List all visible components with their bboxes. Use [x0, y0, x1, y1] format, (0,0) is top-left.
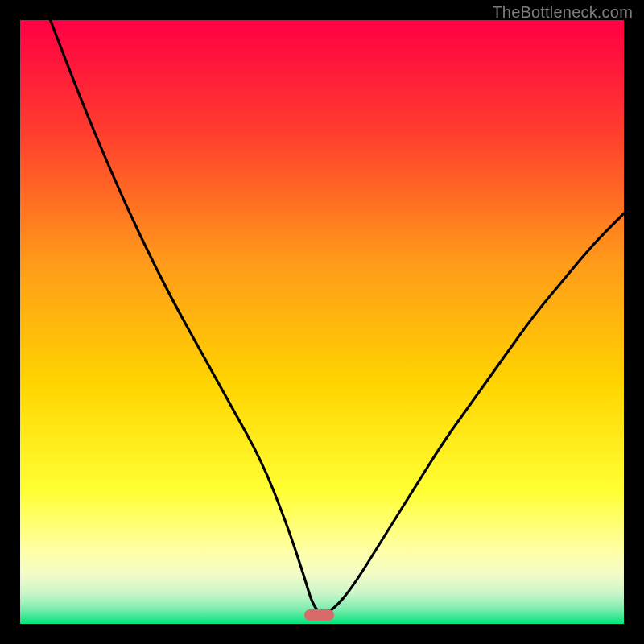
optimum-marker — [304, 609, 335, 621]
plot-area — [20, 20, 624, 624]
bottleneck-curve — [20, 20, 624, 624]
watermark-text: TheBottleneck.com — [492, 3, 633, 22]
chart-canvas: TheBottleneck.com — [0, 0, 644, 644]
